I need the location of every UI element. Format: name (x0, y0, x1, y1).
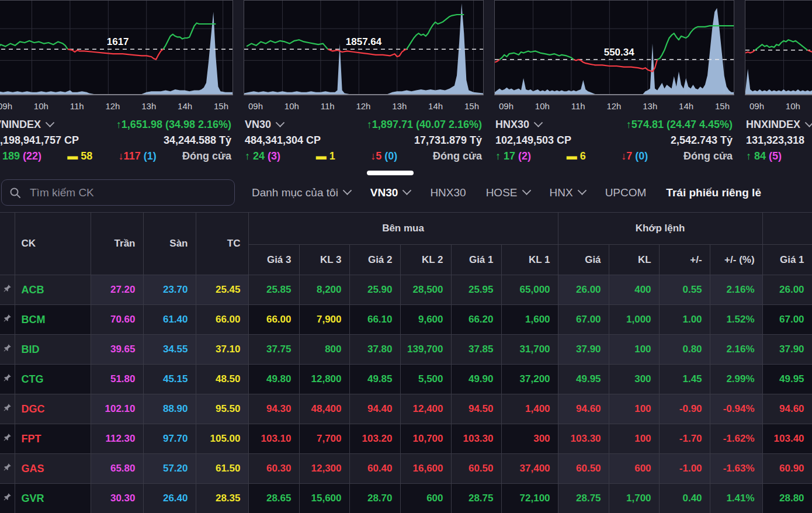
cell-buy-vol-1[interactable]: 31,700 (501, 335, 558, 365)
cell-change[interactable]: 0.40 (659, 484, 710, 513)
cell-buy-vol-3[interactable]: 12,300 (299, 454, 349, 484)
tab-hose[interactable]: HOSE (486, 173, 530, 212)
cell-reference[interactable]: 61.50 (196, 454, 248, 484)
cell-floor[interactable]: 97.70 (143, 424, 196, 454)
tab-upcom[interactable]: UPCOM (605, 173, 647, 212)
cell-ceiling[interactable]: 102.10 (91, 394, 143, 424)
search-box[interactable] (1, 179, 235, 206)
cell-buy-vol-1[interactable]: 72,100 (501, 484, 558, 513)
cell-buy-price-3[interactable]: 66.00 (248, 305, 299, 335)
symbol-cell[interactable]: BID (15, 335, 91, 365)
cell-floor[interactable]: 23.70 (143, 275, 196, 305)
symbol-cell[interactable]: GVR (15, 484, 91, 513)
cell-buy-price-3[interactable]: 37.75 (248, 335, 299, 365)
cell-match-vol[interactable]: 1,700 (609, 484, 659, 513)
cell-buy-vol-1[interactable]: 1,400 (501, 394, 558, 424)
cell-buy-vol-3[interactable]: 7,900 (299, 305, 349, 335)
cell-floor[interactable]: 34.55 (143, 335, 196, 365)
cell-floor[interactable]: 57.20 (143, 454, 196, 484)
cell-match-vol[interactable]: 1,000 (609, 305, 659, 335)
cell-buy-vol-2[interactable]: 5,500 (400, 365, 451, 394)
cell-buy-vol-2[interactable]: 10,700 (400, 424, 451, 454)
cell-floor[interactable]: 26.40 (143, 484, 196, 513)
cell-buy-vol-2[interactable]: 600 (400, 484, 451, 513)
cell-buy-vol-1[interactable]: 300 (501, 424, 558, 454)
cell-match-price[interactable]: 103.30 (558, 424, 609, 454)
cell-change[interactable]: -1.70 (659, 424, 710, 454)
cell-change-pct[interactable]: -1.62% (710, 424, 762, 454)
cell-buy-price-2[interactable]: 49.85 (349, 365, 400, 394)
symbol-cell[interactable]: GAS (15, 454, 91, 484)
cell-sell-price-1[interactable]: 28.80 (762, 484, 812, 513)
cell-buy-price-1[interactable]: 103.30 (451, 424, 501, 454)
cell-ceiling[interactable]: 65.80 (91, 454, 143, 484)
cell-floor[interactable]: 61.40 (143, 305, 196, 335)
tab-hnx30[interactable]: HNX30 (430, 173, 466, 212)
symbol-cell[interactable]: BCM (15, 305, 91, 335)
cell-sell-price-1[interactable]: 49.95 (762, 365, 812, 394)
cell-match-vol[interactable]: 100 (609, 424, 659, 454)
symbol-cell[interactable]: ACB (15, 275, 91, 305)
symbol-cell[interactable]: CTG (15, 365, 91, 394)
cell-buy-vol-1[interactable]: 65,000 (501, 275, 558, 305)
cell-reference[interactable]: 37.10 (196, 335, 248, 365)
cell-buy-vol-3[interactable]: 12,800 (299, 365, 349, 394)
cell-match-price[interactable]: 28.75 (558, 484, 609, 513)
cell-buy-price-1[interactable]: 94.50 (451, 394, 501, 424)
cell-buy-vol-1[interactable]: 37,400 (501, 454, 558, 484)
cell-change[interactable]: -0.90 (659, 394, 710, 424)
cell-reference[interactable]: 25.45 (196, 275, 248, 305)
cell-ceiling[interactable]: 112.30 (91, 424, 143, 454)
cell-buy-price-2[interactable]: 25.90 (349, 275, 400, 305)
symbol-cell[interactable]: FPT (15, 424, 91, 454)
cell-buy-vol-1[interactable]: 1,600 (501, 305, 558, 335)
pin-cell[interactable] (0, 424, 15, 454)
cell-reference[interactable]: 105.00 (196, 424, 248, 454)
cell-buy-price-1[interactable]: 60.50 (451, 454, 501, 484)
symbol-cell[interactable]: DGC (15, 394, 91, 424)
cell-floor[interactable]: 45.15 (143, 365, 196, 394)
cell-change-pct[interactable]: 2.16% (710, 275, 762, 305)
cell-ceiling[interactable]: 39.65 (91, 335, 143, 365)
cell-sell-price-1[interactable]: 103.40 (762, 424, 812, 454)
cell-reference[interactable]: 48.50 (196, 365, 248, 394)
cell-match-vol[interactable]: 300 (609, 365, 659, 394)
cell-change-pct[interactable]: 2.16% (710, 335, 762, 365)
cell-buy-vol-1[interactable]: 37,200 (501, 365, 558, 394)
cell-buy-vol-2[interactable]: 28,500 (400, 275, 451, 305)
cell-match-vol[interactable]: 100 (609, 394, 659, 424)
cell-floor[interactable]: 88.90 (143, 394, 196, 424)
cell-match-price[interactable]: 26.00 (558, 275, 609, 305)
cell-buy-price-2[interactable]: 37.80 (349, 335, 400, 365)
tab-hnx[interactable]: HNX (550, 173, 585, 212)
cell-change[interactable]: 1.00 (659, 305, 710, 335)
cell-buy-price-3[interactable]: 49.80 (248, 365, 299, 394)
index-selector[interactable]: HNX30 (495, 119, 542, 131)
cell-change[interactable]: 0.80 (659, 335, 710, 365)
cell-sell-price-1[interactable]: 67.00 (762, 305, 812, 335)
cell-buy-price-3[interactable]: 94.30 (248, 394, 299, 424)
cell-change[interactable]: 1.45 (659, 365, 710, 394)
cell-change-pct[interactable]: 2.99% (710, 365, 762, 394)
cell-buy-vol-2[interactable]: 139,700 (400, 335, 451, 365)
tab-danh-muc-cua-toi[interactable]: Danh mục của tôi (252, 173, 351, 212)
cell-change-pct[interactable]: 1.52% (710, 305, 762, 335)
cell-match-vol[interactable]: 100 (609, 335, 659, 365)
cell-match-vol[interactable]: 400 (609, 275, 659, 305)
pin-cell[interactable] (0, 454, 15, 484)
cell-sell-price-1[interactable]: 37.90 (762, 335, 812, 365)
cell-ceiling[interactable]: 51.80 (91, 365, 143, 394)
cell-match-price[interactable]: 60.50 (558, 454, 609, 484)
cell-sell-price-1[interactable]: 60.90 (762, 454, 812, 484)
cell-buy-price-1[interactable]: 66.20 (451, 305, 501, 335)
pin-cell[interactable] (0, 484, 15, 513)
pin-cell[interactable] (0, 335, 15, 365)
cell-match-price[interactable]: 94.60 (558, 394, 609, 424)
cell-buy-price-2[interactable]: 66.10 (349, 305, 400, 335)
cell-buy-price-2[interactable]: 60.40 (349, 454, 400, 484)
cell-buy-price-1[interactable]: 49.90 (451, 365, 501, 394)
cell-buy-price-3[interactable]: 25.85 (248, 275, 299, 305)
tab-trai-phieu-rieng-le[interactable]: Trái phiếu riêng lẻ (666, 173, 761, 212)
cell-match-vol[interactable]: 600 (609, 454, 659, 484)
cell-buy-vol-3[interactable]: 15,600 (299, 484, 349, 513)
